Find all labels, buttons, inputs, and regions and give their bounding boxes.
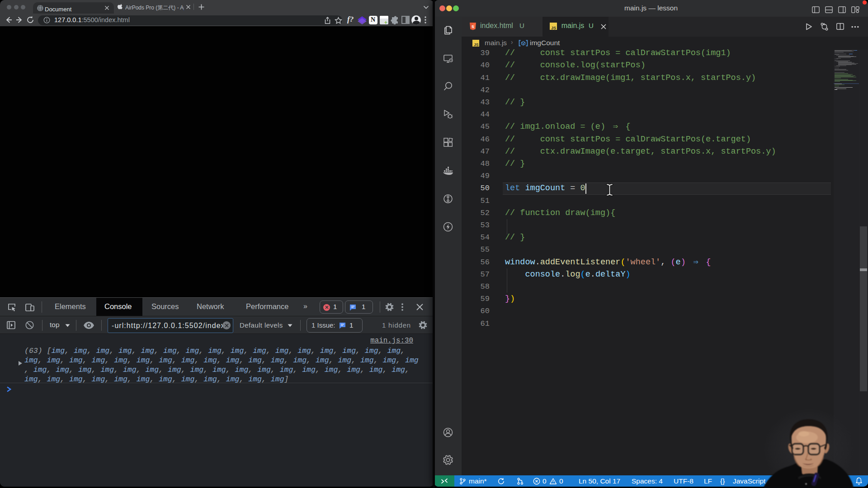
svg-text:5: 5 <box>472 24 474 29</box>
